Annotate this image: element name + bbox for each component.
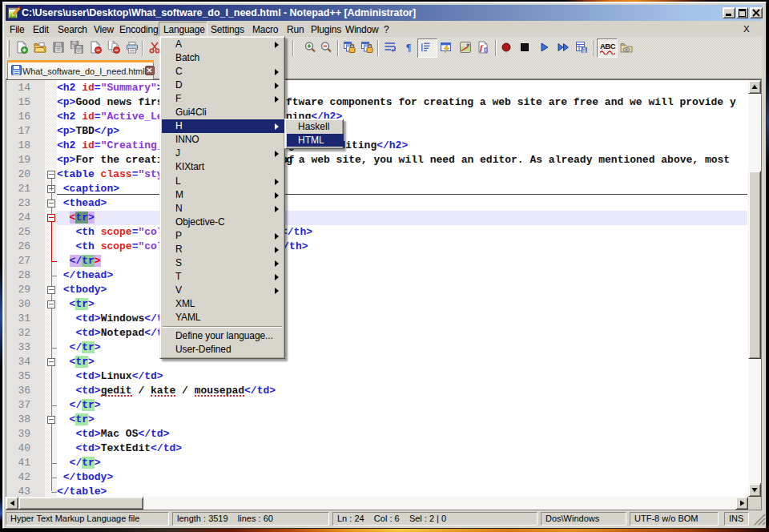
svg-text:¶: ¶ [406, 42, 412, 53]
